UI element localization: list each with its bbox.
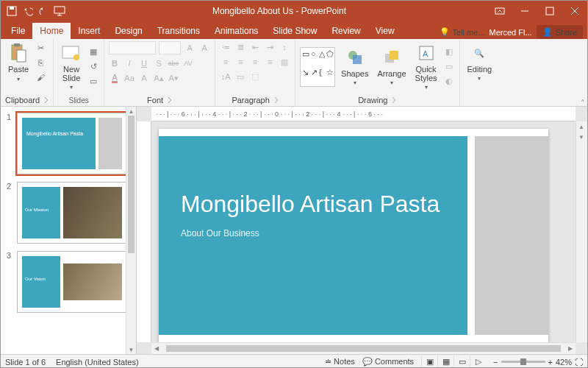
font-size-select[interactable] xyxy=(159,41,181,54)
share-icon: 👤 xyxy=(542,27,553,37)
align-right-icon: ≡ xyxy=(249,56,261,68)
window-title: Mongibello About Us - PowerPoint xyxy=(71,6,487,16)
group-slides: New Slide ▾ ▦ ↺ ▭ Slides xyxy=(54,39,104,106)
tell-me[interactable]: 💡Tell me... xyxy=(440,27,485,37)
notes-button[interactable]: ≐ Notes xyxy=(325,357,355,367)
ribbon-options-icon[interactable] xyxy=(487,1,512,21)
svg-text:A: A xyxy=(423,49,429,58)
arrange-button[interactable]: Arrange▾ xyxy=(374,46,409,88)
redo-icon[interactable] xyxy=(39,7,48,15)
copy-icon[interactable]: ⎘ xyxy=(35,57,46,68)
cut-icon[interactable]: ✂ xyxy=(35,42,46,54)
save-icon[interactable] xyxy=(7,6,17,16)
horizontal-ruler: · · · | · · · 6 · · · | · · · 4 · · · | … xyxy=(151,107,576,121)
language-status[interactable]: English (United States) xyxy=(56,358,139,367)
svg-rect-2 xyxy=(54,7,65,13)
italic-button: I xyxy=(123,57,135,69)
slide-canvas-area: · · · | · · · 6 · · · | · · · 4 · · · | … xyxy=(137,107,587,354)
format-painter-icon[interactable]: 🖌 xyxy=(35,71,46,83)
tab-file[interactable]: File xyxy=(4,23,32,39)
minimize-icon[interactable] xyxy=(512,1,537,21)
slide-counter[interactable]: Slide 1 of 6 xyxy=(5,358,46,367)
tab-design[interactable]: Design xyxy=(107,23,149,39)
image-placeholder[interactable] xyxy=(475,136,548,335)
fit-to-window-icon[interactable]: ⛶ xyxy=(575,358,583,367)
tab-view[interactable]: View xyxy=(368,23,402,39)
slide-canvas[interactable]: Mongibello Artisan Pasta About Our Busin… xyxy=(159,129,548,342)
tab-insert[interactable]: Insert xyxy=(71,23,107,39)
account-name[interactable]: Merced Fl... xyxy=(490,28,532,37)
thumbnail-pane: 1 Mongibello Artisan Pasta 2 Our Mission… xyxy=(1,107,137,354)
title-block[interactable]: Mongibello Artisan Pasta About Our Busin… xyxy=(159,136,467,335)
reset-icon[interactable]: ↺ xyxy=(87,61,99,73)
change-case-icon: Aa xyxy=(123,72,135,84)
slide-title[interactable]: Mongibello Artisan Pasta xyxy=(181,191,445,218)
vertical-scrollbar[interactable]: ▲ ▼ xyxy=(576,121,587,342)
zoom-out-button[interactable]: − xyxy=(493,358,498,367)
paste-button[interactable]: Paste▾ xyxy=(5,41,32,85)
horizontal-scrollbar[interactable]: ◀ ▶ xyxy=(151,342,576,354)
tab-home[interactable]: Home xyxy=(32,23,71,39)
thumbnail-2[interactable]: 2 Our Mission xyxy=(7,182,133,244)
thumbnail-1[interactable]: 1 Mongibello Artisan Pasta xyxy=(7,113,133,174)
zoom-in-button[interactable]: + xyxy=(548,358,553,367)
indent-dec-icon: ⇤ xyxy=(249,41,261,53)
scrollbar-handle[interactable] xyxy=(128,116,135,253)
dialog-launcher-icon[interactable] xyxy=(390,97,395,103)
group-paragraph: ≔ ≣ ⇤ ⇥ ↕ ≡ ≡ ≡ ≡ ▥ ↕A ▭ ⬚ Paragraph xyxy=(215,39,295,106)
close-icon[interactable] xyxy=(562,1,587,21)
thumbnail-scrollbar[interactable]: ▲ ▼ xyxy=(126,107,136,354)
scroll-left-icon[interactable]: ◀ xyxy=(151,343,162,353)
strikethrough-button: abc xyxy=(168,57,179,69)
svg-rect-4 xyxy=(546,7,553,15)
shapes-icon xyxy=(345,47,365,68)
zoom-slider[interactable] xyxy=(501,361,545,363)
scroll-up-icon[interactable]: ▲ xyxy=(576,121,587,132)
quick-styles-button[interactable]: AQuick Styles▾ xyxy=(412,41,440,92)
dialog-launcher-icon[interactable] xyxy=(165,97,171,103)
dialog-launcher-icon[interactable] xyxy=(42,97,48,103)
shapes-button[interactable]: Shapes▾ xyxy=(338,46,371,88)
scrollbar-handle[interactable] xyxy=(166,345,561,352)
maximize-icon[interactable] xyxy=(537,1,562,21)
dialog-launcher-icon[interactable] xyxy=(272,97,278,103)
share-button[interactable]: 👤Share xyxy=(537,25,583,39)
shapes-gallery[interactable]: ▭○△⬠↘↗{☆ xyxy=(300,47,335,87)
scroll-down-icon[interactable]: ▼ xyxy=(576,132,587,142)
comments-button[interactable]: 💬 Comments xyxy=(362,357,414,367)
svg-rect-13 xyxy=(390,51,398,60)
sorter-view-icon[interactable]: ▦ xyxy=(437,355,453,369)
scroll-right-icon[interactable]: ▶ xyxy=(565,343,576,353)
group-label: Paragraph xyxy=(232,96,269,105)
align-left-icon: ≡ xyxy=(220,56,232,68)
scroll-down-icon[interactable]: ▼ xyxy=(126,345,136,354)
align-text-icon: ▭ xyxy=(234,71,246,82)
shadow-button: S xyxy=(153,57,165,69)
group-label: Clipboard xyxy=(5,96,40,105)
zoom-level[interactable]: 42% xyxy=(556,358,572,367)
normal-view-icon[interactable]: ▣ xyxy=(421,355,437,369)
new-slide-icon xyxy=(61,43,82,63)
ribbon: Paste▾ ✂ ⎘ 🖌 Clipboard New Slide ▾ ▦ ↺ ▭… xyxy=(1,39,587,107)
layout-icon[interactable]: ▦ xyxy=(87,46,99,58)
thumbnail-3[interactable]: 3 Our Vision xyxy=(7,251,133,313)
scroll-up-icon[interactable]: ▲ xyxy=(126,107,136,116)
start-slideshow-icon[interactable] xyxy=(54,6,65,16)
zoom-control: − + 42% ⛶ xyxy=(493,358,583,367)
tab-slideshow[interactable]: Slide Show xyxy=(265,23,324,39)
group-clipboard: Paste▾ ✂ ⎘ 🖌 Clipboard xyxy=(1,39,54,106)
section-icon[interactable]: ▭ xyxy=(87,76,99,88)
new-slide-button[interactable]: New Slide ▾ xyxy=(58,41,85,92)
editing-button[interactable]: 🔍 Editing▾ xyxy=(465,41,495,83)
tab-transitions[interactable]: Transitions xyxy=(150,23,207,39)
tab-animations[interactable]: Animations xyxy=(207,23,265,39)
slide-subtitle[interactable]: About Our Business xyxy=(181,228,445,238)
chevron-down-icon: ▾ xyxy=(17,76,20,82)
svg-rect-6 xyxy=(14,43,20,46)
tab-review[interactable]: Review xyxy=(324,23,368,39)
reading-view-icon[interactable]: ▭ xyxy=(453,355,470,369)
svg-rect-3 xyxy=(495,8,504,14)
font-family-select[interactable] xyxy=(109,41,156,54)
undo-icon[interactable] xyxy=(23,6,33,16)
slideshow-view-icon[interactable]: ▷ xyxy=(470,355,486,369)
